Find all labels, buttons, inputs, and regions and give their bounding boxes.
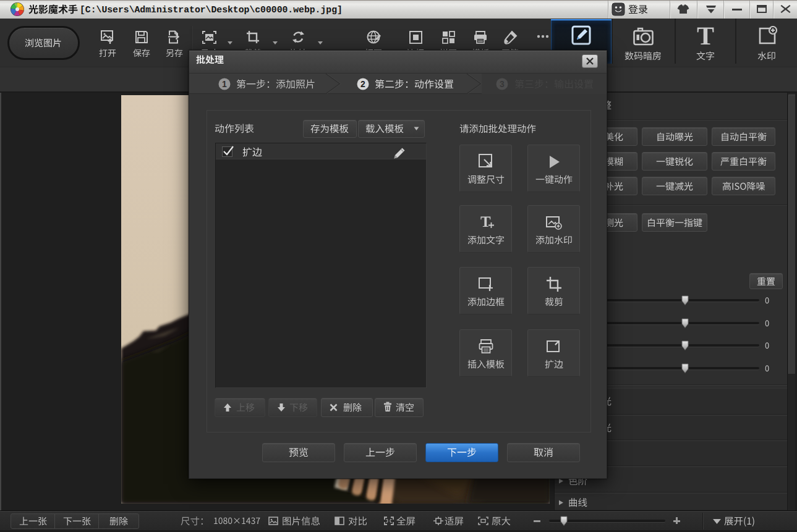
svg-text:3: 3: [500, 79, 505, 89]
svg-text:1: 1: [222, 79, 227, 89]
svg-text:2: 2: [360, 79, 365, 89]
